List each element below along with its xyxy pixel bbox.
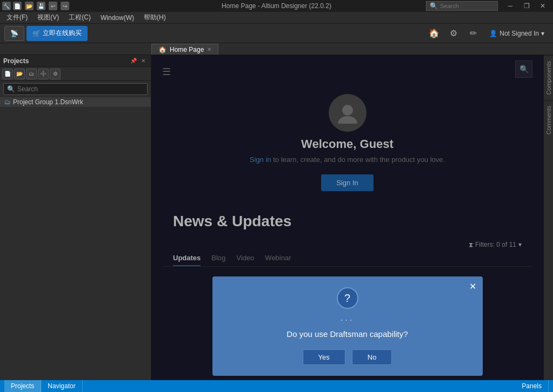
redo-icon[interactable]: ↪ [61, 2, 69, 10]
status-bar: Projects Navigator Panels [0, 380, 553, 392]
project-icon: 🗂 [4, 98, 11, 106]
open-folder-button[interactable]: 🗂 [26, 69, 37, 79]
tab-close-icon[interactable]: ✕ [207, 46, 211, 52]
buy-icon: 🛒 [32, 30, 41, 37]
status-tab-panels[interactable]: Panels [515, 380, 549, 392]
title-icons: 📄 📂 💾 ↩ ↪ [13, 2, 69, 10]
sidebar: Projects 📌 ✕ 📄 📂 🗂 ➕ ⚙ 🔍 🗂 Project Group… [0, 55, 151, 392]
sidebar-close-icon[interactable]: ✕ [139, 57, 148, 65]
menu-help[interactable]: 帮助(H) [139, 12, 170, 23]
new-icon[interactable]: 📄 [13, 2, 22, 10]
chevron-down-icon: ▾ [541, 30, 544, 37]
settings-button[interactable]: ⚙ [446, 26, 461, 41]
restore-button[interactable]: ❐ [518, 0, 535, 12]
open-project-button[interactable]: 📂 [14, 69, 25, 79]
title-bar-left: 🔧 📄 📂 💾 ↩ ↪ [2, 2, 69, 10]
dialog: ✕ ? ... Do you use Draftsman capability?… [212, 276, 483, 376]
dialog-question-text: Do you use Draftsman capability? [225, 329, 470, 339]
user-icon: 👤 [489, 30, 497, 37]
sidebar-toolbar: 📄 📂 🗂 ➕ ⚙ [0, 67, 151, 81]
dialog-buttons: Yes No [225, 349, 470, 365]
dialog-close-button[interactable]: ✕ [468, 281, 478, 292]
new-project-button[interactable]: 📄 [2, 69, 13, 79]
panel-tab-components[interactable]: Components [544, 55, 553, 100]
content-area: ☰ 🔍 Welcome, Guest Sign in to learn, cre… [151, 55, 543, 392]
menu-file[interactable]: 文件(F) [2, 12, 32, 23]
menu-bar: 文件(F) 视图(V) 工程(C) Window(W) 帮助(H) [0, 12, 553, 24]
status-bar-right: Panels [515, 380, 549, 392]
add-existing-button[interactable]: ➕ [38, 69, 49, 79]
tab-home-page[interactable]: 🏠 Home Page ✕ [151, 44, 218, 55]
undo-icon[interactable]: ↩ [49, 2, 57, 10]
sidebar-controls: 📌 ✕ [129, 57, 148, 65]
tab-bar: 🏠 Home Page ✕ [0, 43, 553, 55]
user-menu-button[interactable]: 👤 Not Signed In ▾ [485, 29, 549, 38]
menu-window[interactable]: Window(W) [96, 13, 138, 23]
save-icon[interactable]: 💾 [37, 2, 45, 10]
title-controls: ─ ❐ ✕ [502, 0, 551, 12]
menu-project[interactable]: 工程(C) [64, 12, 95, 23]
broadcast-btn[interactable]: 📡 [4, 26, 24, 41]
close-button[interactable]: ✕ [535, 0, 551, 12]
open-icon[interactable]: 📂 [25, 2, 34, 10]
project-settings-button[interactable]: ⚙ [50, 69, 61, 79]
minimize-button[interactable]: ─ [502, 0, 518, 12]
second-toolbar-right: 🏠 ⚙ ✏ 👤 Not Signed In ▾ [427, 26, 549, 41]
buy-button[interactable]: 🛒 立即在线购买 [26, 26, 88, 41]
title-bar: 🔧 📄 📂 💾 ↩ ↪ Home Page - Altium Designer … [0, 0, 553, 12]
status-tab-navigator[interactable]: Navigator [41, 380, 82, 392]
customize-button[interactable]: ✏ [465, 26, 481, 41]
panel-tab-comments[interactable]: Comments [544, 100, 553, 140]
sidebar-header: Projects 📌 ✕ [0, 55, 151, 67]
dialog-yes-button[interactable]: Yes [303, 349, 345, 365]
main-layout: Projects 📌 ✕ 📄 📂 🗂 ➕ ⚙ 🔍 🗂 Project Group… [0, 55, 553, 392]
window-title: Home Page - Altium Designer (22.0.2) [222, 2, 331, 10]
sidebar-pin-icon[interactable]: 📌 [129, 57, 138, 65]
dialog-overlay: ✕ ? ... Do you use Draftsman capability?… [151, 55, 543, 392]
sidebar-search-icon: 🔍 [7, 85, 15, 93]
title-search-input[interactable] [440, 3, 494, 9]
sidebar-search-box[interactable]: 🔍 [3, 83, 148, 95]
app-icon: 🔧 [2, 2, 11, 10]
dialog-no-button[interactable]: No [352, 349, 392, 365]
status-bar-tabs: Projects Navigator [4, 380, 83, 392]
search-icon: 🔍 [430, 2, 438, 10]
menu-view[interactable]: 视图(V) [33, 12, 63, 23]
project-group-item[interactable]: 🗂 Project Group 1.DsnWrk [0, 97, 151, 107]
second-toolbar: 📡 🛒 立即在线购买 🏠 ⚙ ✏ 👤 Not Signed In ▾ [0, 24, 553, 43]
home-tab-icon: 🏠 [158, 46, 166, 53]
right-panels: Components Comments [543, 55, 553, 392]
dialog-dots: ... [225, 313, 470, 323]
home-button[interactable]: 🏠 [427, 26, 442, 41]
status-tab-projects[interactable]: Projects [4, 380, 41, 392]
dialog-question-icon: ? [337, 287, 358, 309]
title-search-box[interactable]: 🔍 [426, 1, 498, 11]
sidebar-search-input[interactable] [17, 85, 144, 93]
sidebar-title: Projects [3, 57, 29, 65]
